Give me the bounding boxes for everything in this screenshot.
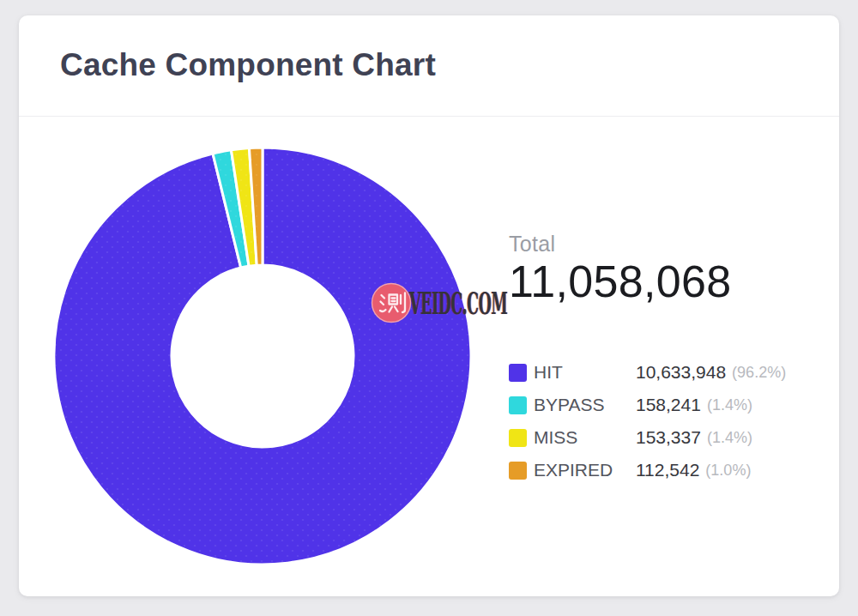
page-title: Cache Component Chart — [60, 46, 436, 84]
card-header: Cache Component Chart — [19, 15, 839, 117]
legend-row-bypass[interactable]: BYPASS158,241(1.4%) — [509, 389, 786, 421]
legend-percentage: (1.4%) — [707, 429, 752, 447]
legend-percentage: (1.4%) — [707, 396, 752, 414]
legend-label: HIT — [534, 362, 636, 383]
legend-swatch-bypass-icon — [509, 396, 527, 414]
legend-percentage: (96.2%) — [732, 364, 786, 382]
chart-legend: HIT10,633,948(96.2%)BYPASS158,241(1.4%)M… — [509, 356, 786, 486]
legend-swatch-miss-icon — [509, 429, 527, 447]
legend-swatch-hit-icon — [509, 364, 527, 382]
legend-label: EXPIRED — [534, 460, 636, 480]
cache-chart-card: Cache Component Chart VEIDC.COM Total 11… — [19, 15, 839, 596]
legend-row-hit[interactable]: HIT10,633,948(96.2%) — [509, 356, 786, 389]
legend-row-miss[interactable]: MISS153,337(1.4%) — [509, 421, 786, 454]
legend-swatch-expired-icon — [509, 462, 527, 480]
page: { "window": { "background_color": "#EAEA… — [0, 0, 858, 616]
legend-label: MISS — [534, 427, 636, 448]
legend-row-expired[interactable]: EXPIRED112,542(1.0%) — [509, 454, 786, 486]
legend-value: 153,337 — [636, 427, 701, 448]
legend-value: 10,633,948 — [636, 362, 726, 383]
total-label: Total — [509, 232, 555, 257]
legend-value: 158,241 — [636, 395, 701, 415]
legend-label: BYPASS — [534, 395, 636, 415]
total-value: 11,058,068 — [509, 257, 731, 308]
legend-value: 112,542 — [636, 460, 699, 480]
donut-chart — [53, 147, 472, 565]
legend-percentage: (1.0%) — [705, 462, 751, 480]
